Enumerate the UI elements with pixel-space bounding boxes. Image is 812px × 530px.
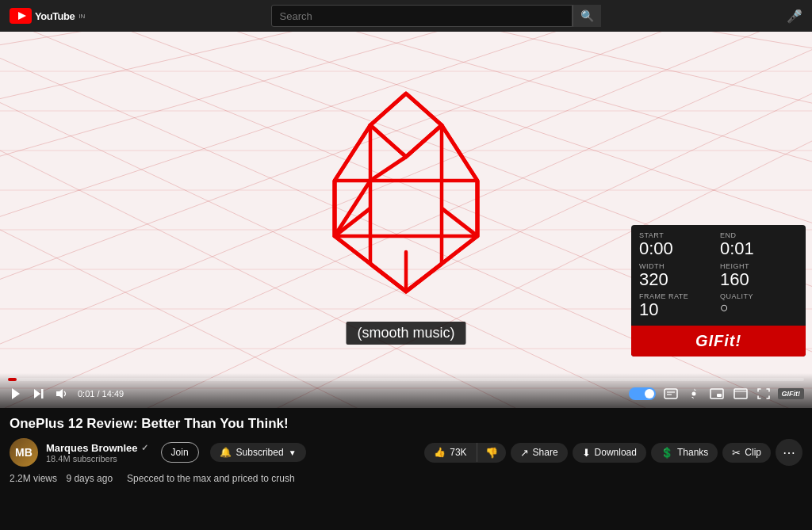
gif-quality-value: ○ <box>720 300 798 316</box>
svg-rect-52 <box>710 389 723 398</box>
gif-panel: START 0:00 END 0:01 WIDTH 320 HEIGHT 160… <box>631 225 806 357</box>
gif-end-value: 0:01 <box>720 239 798 258</box>
fullscreen-icon <box>757 388 770 399</box>
svg-rect-53 <box>717 394 722 397</box>
channel-name-row: Marques Brownlee ✓ <box>46 442 148 454</box>
dislike-inner: 👎 <box>477 443 506 463</box>
total-time: 14:49 <box>102 389 124 398</box>
subscribed-button[interactable]: 🔔 Subscribed ▼ <box>210 443 306 462</box>
mic-button[interactable]: 🎤 <box>787 9 802 24</box>
next-icon <box>33 388 44 399</box>
header-icons: 🎤 <box>787 9 802 24</box>
gif-width-value: 320 <box>639 270 717 289</box>
subtitles-button[interactable] <box>662 387 680 401</box>
gif-height-value: 160 <box>720 270 798 289</box>
progress-bar[interactable] <box>8 378 804 381</box>
current-time: 0:01 <box>78 389 94 398</box>
channel-avatar: MB <box>10 438 38 467</box>
view-count: 2.2M views <box>10 473 57 484</box>
share-button[interactable]: ↗ Share <box>511 443 568 463</box>
thumbsup-icon: 👍 <box>434 447 446 458</box>
thanks-icon: 💲 <box>661 447 673 459</box>
thumbsdown-icon: 👎 <box>485 447 498 459</box>
like-count: 73K <box>450 447 466 458</box>
header: YouTube IN 🔍 🎤 <box>0 0 812 32</box>
svg-rect-46 <box>41 389 44 398</box>
video-title: OnePlus 12 Review: Better Than You Think… <box>10 416 802 432</box>
stats-row: 2.2M views 9 days ago Specced to the max… <box>10 473 802 484</box>
join-button[interactable]: Join <box>161 442 199 463</box>
channel-name-text: Marques Brownlee <box>46 442 138 454</box>
header-search-area: 🔍 <box>94 5 777 27</box>
search-input[interactable] <box>272 10 572 22</box>
like-dislike-button[interactable]: 👍 73K 👎 <box>424 443 505 463</box>
youtube-in-badge: IN <box>79 13 85 20</box>
gif-it-button[interactable]: GIFit! <box>631 326 806 357</box>
svg-marker-45 <box>34 389 40 398</box>
miniplayer-icon <box>710 388 724 399</box>
search-icon: 🔍 <box>580 10 594 22</box>
download-icon: ⬇ <box>582 447 591 459</box>
download-button[interactable]: ⬇ Download <box>573 443 646 463</box>
post-date: 9 days ago <box>66 473 113 484</box>
autoplay-toggle[interactable] <box>629 387 656 400</box>
bell-icon: 🔔 <box>220 447 232 458</box>
mic-icon: 🎤 <box>787 9 802 24</box>
youtube-logo-text: YouTube <box>35 10 75 22</box>
chevron-down-icon: ▼ <box>289 448 297 457</box>
next-button[interactable] <box>32 387 46 401</box>
thanks-label: Thanks <box>677 447 708 458</box>
thanks-button[interactable]: 💲 Thanks <box>651 443 718 463</box>
logo-area: YouTube IN <box>10 8 85 24</box>
subscribed-label: Subscribed <box>236 447 284 458</box>
svg-marker-47 <box>56 389 63 398</box>
subscriber-count: 18.4M subscribers <box>46 454 148 463</box>
progress-fill <box>8 378 17 381</box>
youtube-logo-icon <box>10 8 32 24</box>
description-preview: Specced to the max and priced to crush <box>127 473 294 484</box>
like-inner: 👍 73K <box>424 443 477 462</box>
video-player: (smooth music) START 0:00 END 0:01 WIDTH… <box>0 32 812 408</box>
oneplus-cube-logo <box>295 78 517 315</box>
gif-start-value: 0:00 <box>639 239 717 258</box>
play-icon <box>10 387 22 400</box>
dots-icon: ⋯ <box>783 445 795 460</box>
fullscreen-button[interactable] <box>756 387 772 401</box>
video-controls: 0:01 / 14:49 <box>0 373 812 408</box>
miniplayer-button[interactable] <box>708 387 726 401</box>
svg-point-51 <box>691 392 695 396</box>
download-label: Download <box>595 447 637 458</box>
time-display: 0:01 / 14:49 <box>78 389 124 398</box>
theatre-mode-button[interactable] <box>732 387 749 401</box>
settings-icon <box>688 387 700 400</box>
verified-icon: ✓ <box>141 443 148 453</box>
theatre-mode-icon <box>733 388 748 399</box>
settings-button[interactable] <box>686 386 702 402</box>
clip-icon: ✂ <box>732 447 741 459</box>
channel-row: MB Marques Brownlee ✓ 18.4M subscribers … <box>10 438 802 467</box>
action-buttons: 👍 73K 👎 ↗ Share ⬇ Download 💲 Thanks <box>424 439 802 466</box>
play-button[interactable] <box>8 386 24 402</box>
search-button[interactable]: 🔍 <box>573 5 601 27</box>
gif-framerate-value: 10 <box>639 300 717 319</box>
volume-button[interactable] <box>54 387 70 401</box>
channel-info: Marques Brownlee ✓ 18.4M subscribers <box>46 442 148 463</box>
toggle-knob <box>645 389 654 398</box>
gifit-button[interactable]: GIFit! <box>778 388 805 399</box>
share-icon: ↗ <box>520 447 529 459</box>
more-options-button[interactable]: ⋯ <box>776 439 802 466</box>
clip-label: Clip <box>745 447 761 458</box>
svg-marker-44 <box>12 388 20 399</box>
share-label: Share <box>533 447 558 458</box>
svg-rect-54 <box>734 389 747 398</box>
subtitle-bar: (smooth music) <box>346 322 465 345</box>
clip-button[interactable]: ✂ Clip <box>722 443 771 463</box>
gifit-ctrl-label: GIFit! <box>782 390 801 398</box>
subtitles-icon <box>664 388 678 399</box>
search-bar-container <box>271 5 573 27</box>
below-video-section: OnePlus 12 Review: Better Than You Think… <box>0 408 812 484</box>
gif-quality-label: QUALITY <box>720 292 798 300</box>
svg-rect-48 <box>665 389 677 398</box>
volume-icon <box>56 388 68 399</box>
subtitle-text: (smooth music) <box>357 325 454 341</box>
